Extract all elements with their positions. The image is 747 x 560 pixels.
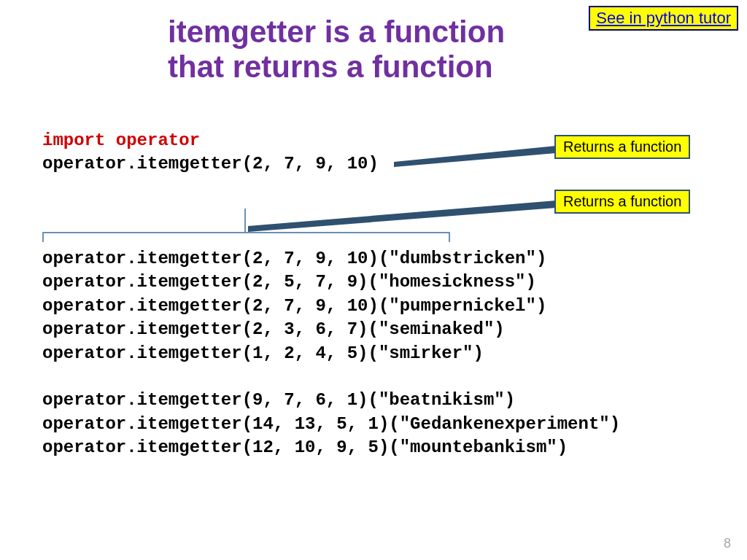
link-text: See in python tutor	[596, 9, 731, 27]
code-line: operator.itemgetter(14, 13, 5, 1)("Gedan…	[42, 414, 620, 434]
python-tutor-link[interactable]: See in python tutor	[589, 6, 738, 31]
code-line: operator.itemgetter(1, 2, 4, 5)("smirker…	[42, 343, 484, 363]
callout-returns-function-2: Returns a function	[554, 190, 690, 214]
code-line: operator.itemgetter(2, 5, 7, 9)("homesic…	[42, 272, 536, 292]
page-number: 8	[724, 536, 731, 551]
callout-returns-function-1: Returns a function	[554, 135, 690, 159]
code-line: operator.itemgetter(2, 3, 6, 7)("seminak…	[42, 319, 505, 339]
callout-text: Returns a function	[563, 139, 681, 155]
title-line2: that returns a function	[168, 50, 505, 85]
slide-title: itemgetter is a function that returns a …	[168, 15, 505, 85]
code-line: operator.itemgetter(2, 7, 9, 10)	[42, 154, 379, 174]
code-block: import operator operator.itemgetter(2, 7…	[42, 129, 620, 459]
callout-text: Returns a function	[563, 193, 681, 209]
code-line: operator.itemgetter(2, 7, 9, 10)("pumper…	[42, 296, 546, 316]
code-import: import operator	[42, 131, 200, 150]
title-line1: itemgetter is a function	[168, 15, 505, 50]
code-line: operator.itemgetter(9, 7, 6, 1)("beatnik…	[42, 390, 515, 410]
code-line: operator.itemgetter(2, 7, 9, 10)("dumbst…	[42, 249, 546, 268]
code-line: operator.itemgetter(12, 10, 9, 5)("mount…	[42, 438, 568, 457]
